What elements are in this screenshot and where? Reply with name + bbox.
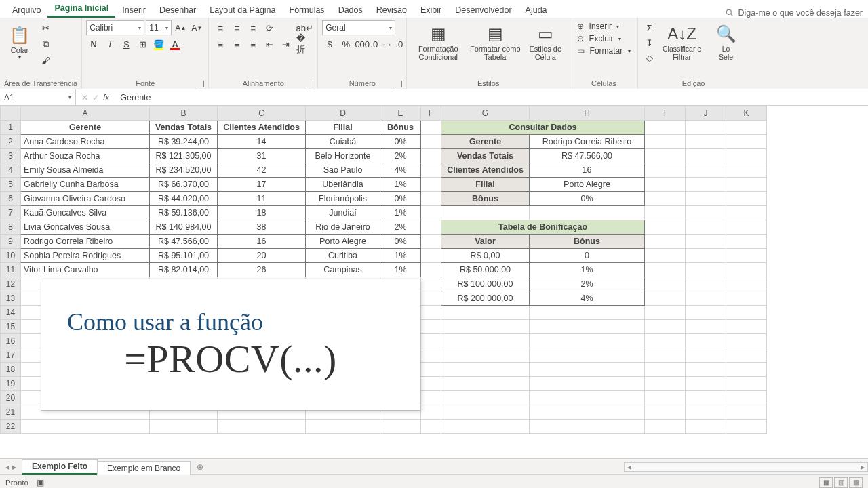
cell-E11[interactable]: 1%	[380, 263, 421, 277]
format-cells-button[interactable]: ▭ Formatar ▾	[574, 45, 633, 57]
cell-B1[interactable]: Vendas Totais	[150, 121, 218, 135]
cell-F3[interactable]	[421, 149, 441, 163]
cell-C11[interactable]: 26	[218, 263, 306, 277]
cell-C10[interactable]: 20	[218, 249, 306, 263]
formula-input[interactable]: Gerente	[115, 93, 868, 102]
view-page-layout-button[interactable]: ▥	[834, 477, 848, 488]
row-header-9[interactable]: 9	[1, 235, 21, 249]
cell-C22[interactable]	[218, 420, 306, 434]
orientation-button[interactable]: ⟳	[262, 20, 277, 35]
horizontal-scrollbar[interactable]: ◂▸	[624, 462, 868, 472]
dialog-launcher-icon[interactable]	[307, 81, 313, 87]
cell-A7[interactable]: Kauã Goncalves Silva	[21, 206, 150, 220]
cell-A10[interactable]: Sophia Pereira Rodrigues	[21, 249, 150, 263]
cell-styles-button[interactable]: ▭Estilos de Célula	[525, 20, 566, 65]
cell-G2[interactable]: Gerente	[441, 135, 530, 149]
cell-J3[interactable]	[686, 149, 726, 163]
cell-D6[interactable]: Florianópolis	[306, 192, 380, 206]
menu-tab-página-inicial[interactable]: Página Inicial	[47, 1, 115, 18]
cell-H11[interactable]: 1%	[530, 263, 645, 277]
cell-B11[interactable]: R$ 82.014,00	[150, 263, 218, 277]
cell-K8[interactable]	[726, 220, 767, 235]
merge-center-button[interactable]: �折	[296, 37, 313, 52]
cell-I12[interactable]	[645, 277, 686, 291]
cell-H3[interactable]: R$ 47.566,00	[530, 149, 645, 163]
cell-K18[interactable]	[726, 363, 767, 377]
cell-E6[interactable]: 0%	[380, 192, 421, 206]
copy-button[interactable]: ⧉	[38, 37, 53, 52]
cell-B4[interactable]: R$ 234.520,00	[150, 163, 218, 178]
tell-me-search[interactable]: Diga-me o que você deseja fazer	[725, 8, 863, 18]
col-header-C[interactable]: C	[218, 106, 306, 121]
cell-A4[interactable]: Emily Sousa Almeida	[21, 163, 150, 178]
cell-I16[interactable]	[645, 334, 686, 348]
cell-J8[interactable]	[686, 220, 726, 235]
menu-tab-ajuda[interactable]: Ajuda	[519, 3, 554, 18]
cell-F16[interactable]	[421, 334, 441, 348]
row-header-19[interactable]: 19	[1, 377, 21, 391]
cell-G7[interactable]	[441, 206, 530, 220]
cell-H19[interactable]	[530, 377, 645, 391]
increase-indent-button[interactable]: ⇥	[278, 37, 293, 52]
row-header-10[interactable]: 10	[1, 249, 21, 263]
insert-cells-button[interactable]: ⊕ Inserir ▾	[574, 20, 633, 33]
cell-E7[interactable]: 1%	[380, 206, 421, 220]
cell-J6[interactable]	[686, 192, 726, 206]
cell-J13[interactable]	[686, 291, 726, 306]
cell-A1[interactable]: Gerente	[21, 121, 150, 135]
cell-E2[interactable]: 0%	[380, 135, 421, 149]
cell-J10[interactable]	[686, 249, 726, 263]
col-header-I[interactable]: I	[645, 106, 686, 121]
fill-button[interactable]: ↧	[642, 35, 657, 50]
cell-D8[interactable]: Rio de Janeiro	[306, 220, 380, 235]
cell-K7[interactable]	[726, 206, 767, 220]
cell-C8[interactable]: 38	[218, 220, 306, 235]
align-right-button[interactable]: ≡	[245, 37, 260, 52]
cell-F4[interactable]	[421, 163, 441, 178]
cell-G12[interactable]: R$ 100.000,00	[441, 277, 530, 291]
cancel-formula-icon[interactable]: ✕	[81, 93, 88, 102]
cell-F13[interactable]	[421, 291, 441, 306]
cell-H21[interactable]	[530, 405, 645, 420]
cell-I1[interactable]	[645, 121, 686, 135]
paste-button[interactable]: 📋 Colar ▾	[4, 20, 35, 65]
cell-B7[interactable]: R$ 59.136,00	[150, 206, 218, 220]
font-size-combo[interactable]: 11▾	[146, 20, 172, 35]
row-header-21[interactable]: 21	[1, 405, 21, 420]
dialog-launcher-icon[interactable]	[395, 81, 402, 87]
cell-G16[interactable]	[441, 334, 530, 348]
underline-button[interactable]: S	[119, 37, 134, 52]
macro-record-icon[interactable]: ▣	[37, 478, 44, 487]
cell-J9[interactable]	[686, 235, 726, 249]
cell-J17[interactable]	[686, 348, 726, 363]
cell-F17[interactable]	[421, 348, 441, 363]
row-header-4[interactable]: 4	[1, 163, 21, 178]
fill-color-button[interactable]: 🪣	[151, 37, 166, 52]
menu-tab-desenvolvedor[interactable]: Desenvolvedor	[448, 3, 518, 18]
cell-D2[interactable]: Cuiabá	[306, 135, 380, 149]
row-header-17[interactable]: 17	[1, 348, 21, 363]
cell-D1[interactable]: Filial	[306, 121, 380, 135]
cell-I2[interactable]	[645, 135, 686, 149]
cell-G5[interactable]: Filial	[441, 178, 530, 192]
cell-E1[interactable]: Bônus	[380, 121, 421, 135]
cell-F15[interactable]	[421, 320, 441, 334]
cell-D10[interactable]: Curitiba	[306, 249, 380, 263]
cell-I13[interactable]	[645, 291, 686, 306]
cell-K17[interactable]	[726, 348, 767, 363]
cell-D11[interactable]: Campinas	[306, 263, 380, 277]
cell-C7[interactable]: 18	[218, 206, 306, 220]
col-header-E[interactable]: E	[380, 106, 421, 121]
accounting-format-button[interactable]: $	[322, 37, 337, 52]
cell-K12[interactable]	[726, 277, 767, 291]
cell-I3[interactable]	[645, 149, 686, 163]
cell-F6[interactable]	[421, 192, 441, 206]
cell-K19[interactable]	[726, 377, 767, 391]
view-normal-button[interactable]: ▦	[819, 477, 833, 488]
row-header-5[interactable]: 5	[1, 178, 21, 192]
row-header-12[interactable]: 12	[1, 277, 21, 291]
dialog-launcher-icon[interactable]	[71, 81, 77, 87]
cell-J5[interactable]	[686, 178, 726, 192]
autosum-button[interactable]: Σ	[642, 20, 657, 35]
cell-I4[interactable]	[645, 163, 686, 178]
